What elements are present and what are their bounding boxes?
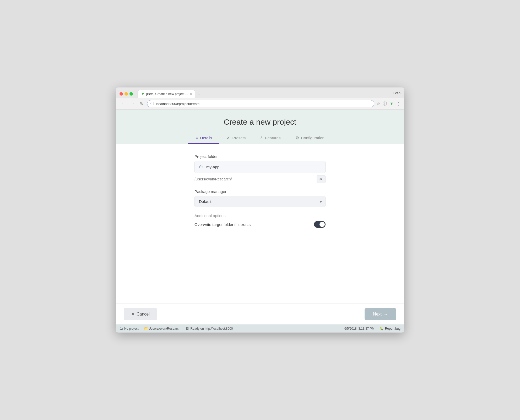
details-icon: ≡: [196, 136, 198, 140]
next-arrow-icon: →: [384, 312, 388, 317]
footer-actions: ✕ Cancel Next →: [116, 303, 404, 324]
toggle-knob: [319, 222, 325, 227]
overwrite-label: Overwrite target folder if it exists: [194, 222, 251, 227]
next-button[interactable]: Next →: [365, 308, 396, 320]
no-project-text: No project: [124, 327, 139, 330]
path-row: /Users/evan/Research/ ✏: [194, 175, 326, 183]
tab-configuration-label: Configuration: [301, 136, 324, 140]
tab-presets-label: Presets: [232, 136, 246, 140]
forward-button[interactable]: →: [129, 100, 136, 107]
folder-name: my-app: [206, 165, 219, 169]
tab-bar: ▼ [Beta] Create a new project - \ × × +: [138, 90, 390, 98]
status-bar: 🗂 No project 📁 /Users/evan/Research 🖥 Re…: [116, 324, 404, 333]
status-datetime: 6/5/2018, 3:13:37 PM: [344, 327, 375, 330]
star-icon[interactable]: ☆: [376, 101, 380, 106]
project-folder-label: Project folder: [194, 154, 326, 159]
form-area: Project folder 🗀 my-app /Users/evan/Rese…: [116, 144, 404, 303]
status-no-project: 🗂 No project: [120, 327, 139, 330]
brand-icon[interactable]: ▼: [389, 101, 394, 106]
close-button[interactable]: [120, 92, 123, 96]
user-label: Evan: [393, 91, 400, 97]
package-manager-group: Package manager Default npm yarn ▾: [194, 189, 326, 207]
minimize-button[interactable]: [124, 92, 128, 96]
status-ready-text: Ready on http://localhost:8000: [190, 327, 233, 330]
title-bar: ▼ [Beta] Create a new project - \ × × + …: [116, 87, 404, 98]
tabs-nav: ≡ Details ✔ Presets ⑃ Features ⚙ Configu…: [121, 133, 399, 144]
report-bug-button[interactable]: 🐛 Report bug: [380, 327, 400, 330]
monitor-icon: 🖥: [186, 327, 189, 330]
cancel-x-icon: ✕: [131, 312, 134, 317]
cancel-button[interactable]: ✕ Cancel: [124, 308, 157, 320]
toolbar-icons: ☆ ⓘ ▼ ⋮: [376, 101, 400, 107]
status-right: 6/5/2018, 3:13:37 PM 🐛 Report bug: [344, 327, 400, 330]
page-header: Create a new project ≡ Details ✔ Presets…: [116, 110, 404, 144]
reload-button[interactable]: ↻: [138, 100, 145, 107]
menu-icon[interactable]: ⋮: [396, 101, 400, 106]
folder-status-icon: 📁: [144, 327, 148, 330]
tab-details[interactable]: ≡ Details: [188, 133, 219, 144]
status-path-text: /Users/evan/Research: [149, 327, 181, 330]
cancel-label: Cancel: [137, 312, 150, 317]
tab-close-icon[interactable]: ×: [190, 92, 192, 96]
select-wrapper: Default npm yarn ▾: [194, 196, 326, 207]
features-icon: ⑃: [260, 136, 263, 140]
status-ready: 🖥 Ready on http://localhost:8000: [186, 327, 233, 330]
folder-path: /Users/evan/Research/: [194, 177, 314, 181]
tab-configuration[interactable]: ⚙ Configuration: [288, 133, 332, 144]
maximize-button[interactable]: [129, 92, 133, 96]
package-manager-select[interactable]: Default npm yarn: [194, 196, 326, 207]
overwrite-toggle[interactable]: [314, 221, 326, 228]
address-bar[interactable]: ⓘ: [147, 100, 374, 107]
info-icon: ⓘ: [150, 101, 154, 106]
tab-features[interactable]: ⑃ Features: [253, 133, 288, 144]
project-folder-group: Project folder 🗀 my-app /Users/evan/Rese…: [194, 154, 326, 183]
active-tab[interactable]: ▼ [Beta] Create a new project - \ × ×: [138, 90, 195, 98]
tab-title: [Beta] Create a new project - \ ×: [146, 92, 188, 96]
page-content: Create a new project ≡ Details ✔ Presets…: [116, 110, 404, 324]
url-input[interactable]: [156, 102, 371, 106]
configuration-icon: ⚙: [295, 135, 299, 140]
tab-presets[interactable]: ✔ Presets: [219, 133, 253, 144]
tab-favicon-icon: ▼: [141, 92, 145, 96]
status-path: 📁 /Users/evan/Research: [144, 327, 181, 330]
toggle-row: Overwrite target folder if it exists: [194, 221, 326, 228]
bug-icon: 🐛: [380, 327, 384, 330]
toolbar: ← → ↻ ⓘ ☆ ⓘ ▼ ⋮: [116, 98, 404, 110]
presets-icon: ✔: [227, 135, 230, 140]
new-tab-button[interactable]: +: [195, 90, 203, 98]
tab-features-label: Features: [265, 136, 280, 140]
edit-path-button[interactable]: ✏: [317, 175, 326, 183]
next-label: Next: [373, 312, 382, 317]
folder-input[interactable]: 🗀 my-app: [194, 161, 326, 173]
form-inner: Project folder 🗀 my-app /Users/evan/Rese…: [194, 154, 326, 234]
account-icon[interactable]: ⓘ: [383, 101, 387, 107]
additional-options-group: Additional options Overwrite target fold…: [194, 213, 326, 228]
additional-options-label: Additional options: [194, 213, 326, 218]
folder-icon: 🗀: [199, 164, 204, 170]
browser-window: ▼ [Beta] Create a new project - \ × × + …: [116, 87, 404, 333]
report-bug-label: Report bug: [385, 327, 400, 330]
package-manager-label: Package manager: [194, 189, 326, 194]
traffic-lights: [120, 92, 133, 96]
tab-details-label: Details: [200, 136, 212, 140]
page-title: Create a new project: [121, 118, 399, 126]
briefcase-icon: 🗂: [120, 327, 123, 330]
back-button[interactable]: ←: [120, 100, 127, 107]
